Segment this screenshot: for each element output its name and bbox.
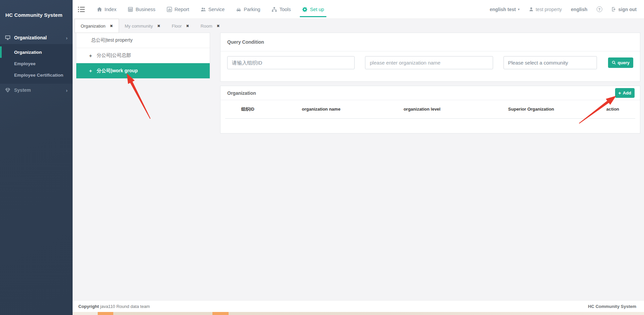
gear-icon	[302, 7, 308, 12]
language-switcher[interactable]: english	[571, 7, 588, 12]
add-button[interactable]: + Add	[615, 88, 635, 98]
tab-floor[interactable]: Floor ✖	[166, 19, 195, 33]
userbar: english test ▾ test property english ? s…	[490, 6, 637, 12]
tab-label: My community	[125, 24, 153, 29]
table-header-row: 组织ID organization name organization leve…	[225, 100, 635, 118]
close-icon[interactable]: ✖	[186, 24, 189, 28]
org-id-input[interactable]	[227, 56, 355, 69]
nav-index[interactable]: Index	[97, 0, 116, 18]
sidebar-item-organization[interactable]: Organization	[0, 46, 73, 58]
nav-label: Parking	[244, 7, 260, 12]
menu-list-icon[interactable]	[78, 6, 85, 12]
nav-label: Business	[135, 7, 155, 12]
submenu-label: Employee Certification	[14, 73, 63, 78]
tab-label: Floor	[172, 24, 182, 29]
add-button-label: Add	[623, 90, 631, 95]
sidebar-section-label: System	[14, 87, 31, 93]
tree-item-company-hq[interactable]: + 分公司|公司总部	[76, 48, 210, 63]
user-name: test property	[536, 7, 562, 12]
bottom-strip	[73, 312, 644, 315]
search-icon	[612, 61, 616, 65]
organization-tree: 总公司|test property + 分公司|公司总部 + 分公司|work …	[76, 33, 210, 79]
org-name-input[interactable]	[365, 56, 493, 69]
plus-icon: +	[618, 90, 621, 96]
language-label: english	[571, 7, 588, 12]
nav-service[interactable]: Service	[201, 0, 225, 18]
tree-item-work-group[interactable]: + 分公司|work group	[76, 63, 210, 78]
footer: Copyright java110 Round data team HC Com…	[73, 300, 644, 312]
sidebar-submenu: Organization Employee Employee Certifica…	[0, 44, 73, 84]
nav-label: Service	[208, 7, 225, 12]
column-action: action	[590, 100, 635, 118]
tree-label: 总公司|test property	[91, 37, 132, 43]
tree-label: 分公司|公司总部	[97, 52, 131, 58]
sidebar-item-organizational[interactable]: Organizational ›	[0, 31, 73, 44]
query-button[interactable]: query	[608, 57, 633, 68]
user-icon	[529, 7, 534, 12]
app-title: HC Community System	[0, 0, 73, 18]
sidebar-item-system[interactable]: System ›	[0, 84, 73, 96]
nav-set-up[interactable]: Set up	[302, 0, 324, 18]
nav-label: Set up	[310, 7, 324, 12]
organization-table: 组织ID organization name organization leve…	[225, 100, 635, 133]
sidebar-section-label: Organizational	[14, 35, 47, 40]
plus-icon[interactable]: +	[89, 53, 92, 58]
tab-label: Organization	[81, 24, 106, 29]
community-selector[interactable]: english test ▾	[490, 7, 520, 12]
tree-item-head-office[interactable]: 总公司|test property	[76, 33, 210, 48]
panel-title: Query Condition	[227, 39, 264, 45]
tab-my-community[interactable]: My community ✖	[119, 19, 166, 33]
red-arrow-tree-item	[127, 73, 151, 119]
panel-title: Organization	[227, 90, 256, 96]
nav-parking[interactable]: Parking	[236, 0, 260, 18]
question-mark: ?	[598, 7, 601, 11]
column-org-id: 组织ID	[225, 100, 270, 118]
nav-tools[interactable]: Tools	[272, 0, 291, 18]
submenu-label: Employee	[14, 61, 36, 66]
chevron-right-icon: ›	[66, 87, 68, 93]
sign-out-icon	[611, 7, 616, 12]
users-icon	[201, 7, 206, 12]
footer-brand: HC Community System	[588, 304, 636, 309]
tree-label: 分公司|work group	[97, 68, 138, 74]
nav-report[interactable]: Report	[167, 0, 189, 18]
query-form: query	[220, 51, 640, 69]
query-button-label: query	[618, 60, 630, 65]
tab-room[interactable]: Room ✖	[195, 19, 226, 33]
sign-out-label: sign out	[618, 7, 637, 12]
bar-chart-icon	[167, 7, 172, 12]
column-org-level: organization level	[372, 100, 472, 118]
close-icon[interactable]: ✖	[110, 24, 113, 28]
sidebar-item-employee-certification[interactable]: Employee Certification	[0, 69, 73, 81]
caret-down-icon: ▾	[518, 7, 520, 11]
close-icon[interactable]: ✖	[157, 24, 160, 28]
current-user[interactable]: test property	[529, 7, 562, 12]
plus-icon[interactable]: +	[89, 68, 92, 74]
nav-label: Index	[105, 7, 116, 12]
organization-header: Organization + Add	[220, 86, 640, 100]
column-superior-org: Superior Organization	[472, 100, 590, 118]
tab-label: Room	[201, 24, 212, 29]
table-icon	[128, 7, 133, 12]
sidebar-item-employee[interactable]: Employee	[0, 58, 73, 69]
community-select-input[interactable]	[504, 56, 597, 69]
nav-business[interactable]: Business	[128, 0, 155, 18]
sidebar-menu: Organizational › Organization Employee E…	[0, 31, 73, 96]
column-org-name: organization name	[270, 100, 372, 118]
gem-icon	[5, 87, 10, 93]
sign-out-button[interactable]: sign out	[611, 7, 637, 12]
sidebar: HC Community System Organizational › Org…	[0, 0, 73, 315]
empty-table-row	[225, 118, 635, 133]
copyright: Copyright java110 Round data team	[78, 304, 150, 309]
copyright-label: Copyright	[78, 304, 99, 309]
tab-organization[interactable]: Organization ✖	[75, 19, 119, 33]
submenu-label: Organization	[14, 50, 42, 55]
sitemap-icon	[272, 7, 277, 12]
home-icon	[97, 7, 102, 12]
help-icon[interactable]: ?	[597, 6, 602, 12]
strip-highlight-segment	[98, 312, 113, 315]
close-icon[interactable]: ✖	[216, 24, 219, 28]
chevron-right-icon: ›	[66, 35, 68, 41]
strip-highlight-segment	[212, 312, 229, 315]
car-icon	[236, 7, 241, 12]
